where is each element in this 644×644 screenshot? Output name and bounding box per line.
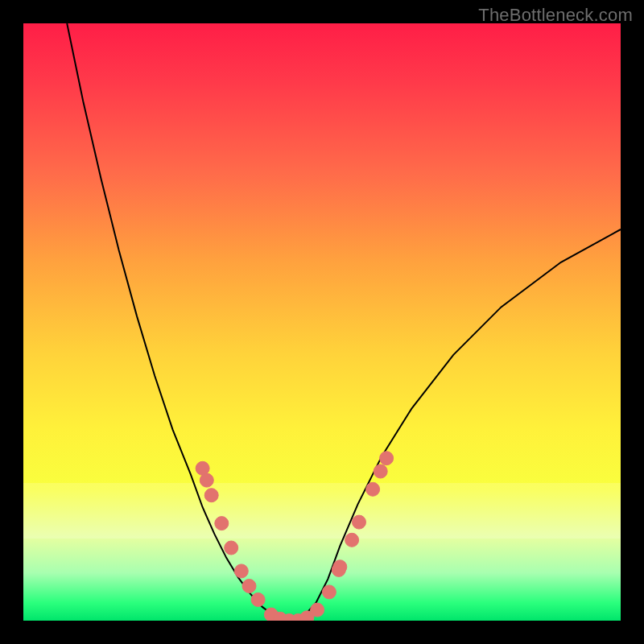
curve-marker: [200, 473, 213, 487]
curve-marker: [215, 517, 229, 530]
curve-marker: [380, 452, 394, 465]
curve-marker: [242, 580, 256, 593]
curve-marker: [353, 515, 366, 529]
marker-group: [196, 452, 394, 621]
bottleneck-curve-path: [67, 23, 621, 621]
chart-frame: TheBottleneck.com: [0, 0, 644, 644]
curve-marker: [374, 464, 387, 478]
curve-marker: [311, 603, 324, 617]
curve-marker: [251, 593, 265, 607]
curve-marker: [234, 564, 248, 578]
chart-plot-area: [23, 23, 621, 621]
curve-marker: [204, 489, 218, 502]
chart-svg: [23, 23, 621, 621]
curve-marker: [333, 560, 347, 574]
curve-marker: [366, 482, 380, 496]
curve-marker: [345, 533, 359, 547]
watermark-text: TheBottleneck.com: [478, 5, 633, 26]
curve-marker: [225, 541, 238, 555]
curve-marker: [322, 585, 336, 599]
